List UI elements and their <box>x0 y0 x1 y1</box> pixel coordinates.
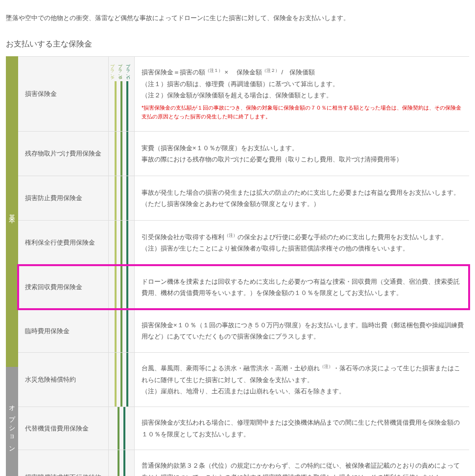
table-row: 損害防止費用保険金 事故が発生した場合の損害の発生または拡大の防止のために支出し… <box>18 176 469 220</box>
table-row: 水災危険補償特約 台風、暴風雨、豪雨等による洪水・融雪洪水・高潮・土砂崩れ（注）… <box>18 352 469 407</box>
row-desc: 損害保険金＝損害の額（注１） × 保険金額（注２） / 保険価額 （注１）損害の… <box>135 57 469 131</box>
table-row: 臨時費用保険金 損害保険金×１０％（１回の事故につき５０万円が限度）をお支払いし… <box>18 309 469 352</box>
category-column: 基本 オプション <box>6 56 18 476</box>
warning-text: *損害保険金の支払額が１回の事故につき、保険の対象毎に保険金額の７０％に相当する… <box>142 103 464 121</box>
plan-indicator: プランA プランB プランC <box>109 57 135 131</box>
category-basic: 基本 <box>6 56 18 367</box>
row-desc: ドローン機体を捜索または回収するために支出した必要かつ有益な捜索・回収費用（交通… <box>135 265 469 309</box>
row-desc: 事故が発生した場合の損害の発生または拡大の防止のために支出した必要または有益な費… <box>135 176 469 220</box>
row-label: 損害保険金 <box>18 57 109 131</box>
section-title: お支払いする主な保険金 <box>6 37 469 51</box>
plan-indicator <box>109 132 135 176</box>
row-desc: 実費（損害保険金×１０％が限度）をお支払いします。 事故の際における残存物の取片… <box>135 132 469 176</box>
row-label: 捜索回収費用保険金 <box>18 265 109 309</box>
table-row: 損害保険金 プランA プランB プランC 損害保険金＝損害の額（注１） × 保険… <box>18 56 469 131</box>
plan-header-c: プランC <box>126 59 132 81</box>
plan-indicator <box>109 407 135 450</box>
row-label: 損害防止費用保険金 <box>18 176 109 220</box>
plan-indicator <box>109 310 135 352</box>
row-label: 損害賠償請求権不行使特約 <box>18 450 109 476</box>
table-row: 残存物取片づけ費用保険金 実費（損害保険金×１０％が限度）をお支払いします。 事… <box>18 131 469 176</box>
row-desc: 損害保険金×１０％（１回の事故につき５０万円が限度）をお支払いします。臨時出費（… <box>135 310 469 352</box>
plan-indicator <box>109 176 135 220</box>
row-label: 代替機賃借費用保険金 <box>18 407 109 450</box>
category-option: オプション <box>6 367 18 476</box>
row-desc: 損害保険金が支払われる場合に、修理期間中または交換機体納品までの間に生じた代替機… <box>135 407 469 450</box>
plan-header-b: プランB <box>119 59 124 81</box>
plan-indicator <box>109 353 135 407</box>
plan-indicator <box>109 265 135 309</box>
row-desc: 普通保険約款第３２条（代位）の規定にかかわらず、この特約に従い、被保険者証記載の… <box>135 450 469 476</box>
table-row: 代替機賃借費用保険金 損害保険金が支払われる場合に、修理期間中または交換機体納品… <box>18 407 469 450</box>
row-label: 臨時費用保険金 <box>18 310 109 352</box>
coverage-table: 基本 オプション 損害保険金 プランA プランB プランC 損害保険金＝損害の額… <box>6 56 469 476</box>
table-row-highlighted: 捜索回収費用保険金 ドローン機体を捜索または回収するために支出した必要かつ有益な… <box>18 265 469 309</box>
plan-indicator <box>109 221 135 265</box>
row-label: 水災危険補償特約 <box>18 353 109 407</box>
table-row: 損害賠償請求権不行使特約 普通保険約款第３２条（代位）の規定にかかわらず、この特… <box>18 450 469 476</box>
plan-indicator <box>109 450 135 476</box>
table-row: 権利保全行使費用保険金 引受保険会社が取得する権利（注）の保全および行使に必要な… <box>18 220 469 265</box>
row-label: 権利保全行使費用保険金 <box>18 221 109 265</box>
plan-header-a: プランA <box>111 59 117 81</box>
intro-text: 墜落や空中での他物との衝突、落雷など偶然な事故によってドローンに生じた損害に対し… <box>6 12 469 23</box>
row-desc: 台風、暴風雨、豪雨等による洪水・融雪洪水・高潮・土砂崩れ（注）・落石等の水災によ… <box>135 353 469 407</box>
row-label: 残存物取片づけ費用保険金 <box>18 132 109 176</box>
row-desc: 引受保険会社が取得する権利（注）の保全および行使に必要な手続のために支出した費用… <box>135 221 469 265</box>
